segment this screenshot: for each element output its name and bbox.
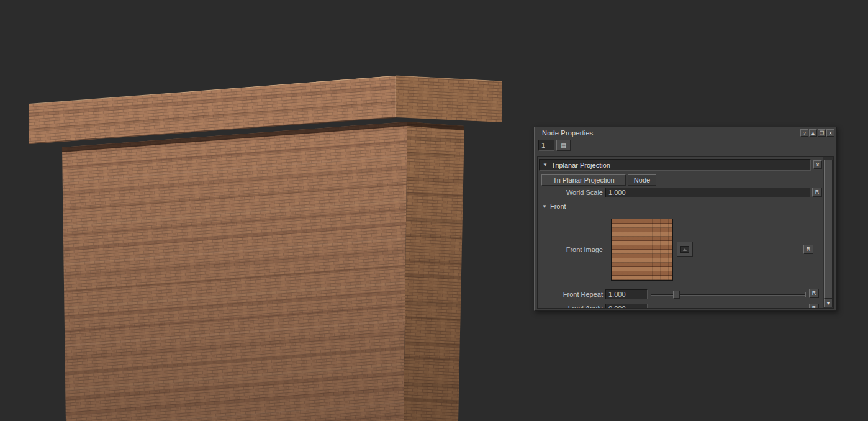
node-properties-panel: Node Properties ? ▲ ❐ ✕ ▤ ▼ Triplanar Pr… (534, 127, 837, 311)
node-count-input[interactable] (538, 140, 554, 151)
minimize-icon[interactable]: ❐ (818, 129, 826, 137)
front-angle-input[interactable] (605, 304, 648, 308)
edit-nodes-icon: ▤ (561, 142, 566, 148)
tab-node[interactable]: Node (628, 174, 656, 186)
node-title: Triplanar Projection (551, 161, 610, 169)
panel-title: Node Properties (542, 129, 800, 137)
panel-scrollbar[interactable]: ▼ (823, 157, 833, 308)
front-repeat-slider-handle[interactable] (673, 291, 680, 299)
close-icon[interactable]: ✕ (826, 129, 834, 137)
front-angle-label: Front Angle (538, 304, 603, 308)
front-repeat-input[interactable] (605, 289, 648, 299)
front-repeat-label: Front Repeat (538, 291, 603, 298)
front-section-header[interactable]: ▼ Front (542, 202, 566, 210)
edit-nodes-button[interactable]: ▤ (556, 140, 571, 151)
node-collapse-icon[interactable]: ▼ (543, 162, 548, 168)
tab-tri-planar-projection[interactable]: Tri Planar Projection (541, 174, 626, 186)
wall-depth-fade (62, 126, 464, 421)
front-image-reset-button[interactable]: R (803, 245, 813, 254)
cap-right-face (396, 76, 502, 122)
node-panel-body: ▼ Triplanar Projection x Tri Planar Proj… (537, 156, 834, 309)
slider-end-cap (805, 292, 806, 297)
shade-icon[interactable]: ▲ (809, 129, 817, 137)
node-header[interactable]: ▼ Triplanar Projection (539, 159, 811, 171)
world-scale-reset-button[interactable]: R (812, 188, 822, 197)
front-image-label: Front Image (538, 246, 603, 253)
front-repeat-reset-button[interactable]: R (809, 289, 819, 298)
remove-node-button[interactable]: x (813, 160, 822, 169)
image-icon (680, 246, 689, 253)
world-scale-input[interactable] (605, 188, 810, 197)
node-panel-content: ▼ Triplanar Projection x Tri Planar Proj… (538, 157, 823, 308)
front-collapse-icon[interactable]: ▼ (542, 204, 547, 209)
front-repeat-slider-track[interactable] (651, 294, 806, 296)
scroll-down-button[interactable]: ▼ (824, 299, 833, 307)
front-section-label: Front (550, 202, 566, 210)
load-image-button[interactable] (677, 242, 693, 257)
front-image-thumbnail[interactable] (611, 219, 673, 281)
help-icon[interactable]: ? (800, 129, 808, 137)
panel-titlebar[interactable]: Node Properties ? ▲ ❐ ✕ (535, 127, 836, 138)
world-scale-label: World Scale (538, 189, 603, 196)
scrollbar-thumb[interactable] (824, 160, 833, 299)
front-angle-reset-button[interactable]: R (809, 304, 819, 308)
